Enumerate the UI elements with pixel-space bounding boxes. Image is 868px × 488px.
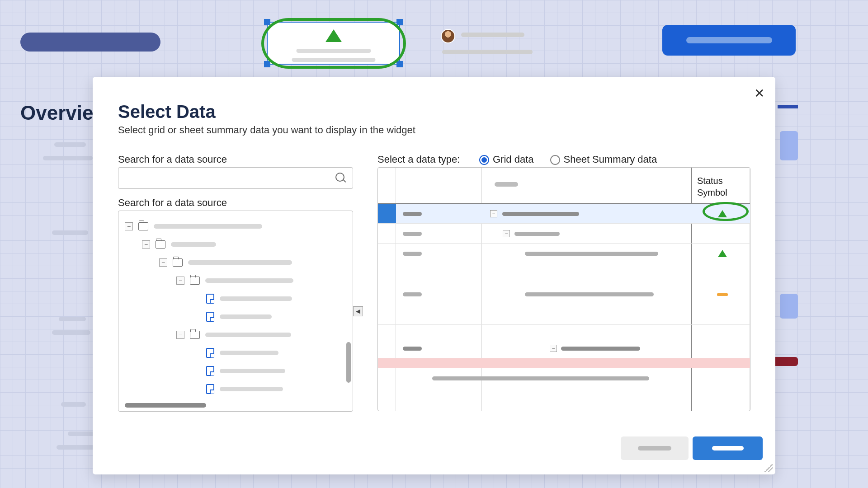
collapse-icon[interactable]: − bbox=[159, 258, 167, 267]
radio-grid-data[interactable]: Grid data bbox=[479, 154, 534, 165]
skeleton-line bbox=[461, 33, 524, 37]
scrollbar-vertical[interactable] bbox=[346, 342, 351, 383]
resize-handle-tl[interactable] bbox=[264, 19, 270, 25]
dash-icon bbox=[717, 293, 728, 296]
sheet-icon bbox=[206, 312, 214, 322]
skeleton bbox=[43, 156, 93, 160]
grid-row[interactable]: − bbox=[378, 204, 750, 224]
search-label: Search for a data source bbox=[118, 154, 227, 165]
resize-handle-tr[interactable] bbox=[396, 19, 403, 25]
tree-item-label bbox=[205, 333, 291, 337]
folder-icon bbox=[173, 258, 183, 267]
folder-icon bbox=[190, 277, 200, 285]
data-source-tree[interactable]: − − − − − bbox=[118, 211, 353, 412]
collapse-icon[interactable]: − bbox=[125, 222, 133, 230]
tree-item[interactable] bbox=[125, 380, 346, 398]
skeleton bbox=[52, 330, 90, 335]
skeleton bbox=[61, 402, 86, 407]
triangle-up-icon bbox=[718, 250, 727, 257]
sheet-icon bbox=[206, 348, 214, 358]
tree-item[interactable] bbox=[125, 290, 346, 308]
expand-icon[interactable]: − bbox=[490, 210, 497, 217]
chevron-left-icon: ◀ bbox=[353, 306, 363, 316]
triangle-up-icon bbox=[718, 210, 727, 217]
grid-row[interactable] bbox=[378, 358, 750, 368]
tree-item-label bbox=[171, 242, 216, 247]
tree-label: Search for a data source bbox=[118, 197, 227, 209]
skeleton bbox=[778, 105, 798, 108]
avatar bbox=[441, 29, 455, 43]
radio-label: Sheet Summary data bbox=[564, 154, 657, 165]
skeleton-line bbox=[442, 50, 533, 54]
resize-handle-br[interactable] bbox=[396, 61, 403, 67]
radio-label: Grid data bbox=[493, 154, 534, 165]
tree-item-label bbox=[220, 387, 283, 391]
folder-icon bbox=[138, 222, 148, 230]
tree-item[interactable]: − bbox=[125, 235, 346, 253]
tree-item-label bbox=[205, 278, 293, 283]
modal-title: Select Data bbox=[118, 102, 216, 122]
grid-header: Status Symbol bbox=[378, 168, 750, 204]
collapse-icon[interactable]: − bbox=[176, 331, 184, 339]
grid-row[interactable] bbox=[378, 284, 750, 325]
collapse-icon[interactable]: − bbox=[142, 240, 150, 249]
grid-row[interactable] bbox=[378, 368, 750, 388]
folder-icon bbox=[190, 331, 200, 339]
tree-item-label bbox=[188, 260, 292, 265]
selected-widget[interactable] bbox=[267, 22, 400, 65]
widget-line bbox=[296, 49, 371, 53]
sheet-icon bbox=[206, 384, 214, 394]
search-input[interactable] bbox=[118, 167, 353, 189]
radio-sheet-summary[interactable]: Sheet Summary data bbox=[550, 154, 657, 165]
skeleton bbox=[52, 230, 88, 235]
sheet-icon bbox=[206, 366, 214, 376]
expand-icon[interactable]: − bbox=[503, 230, 510, 237]
widget-line bbox=[292, 58, 375, 62]
tree-item-label bbox=[154, 224, 262, 229]
column-header[interactable] bbox=[495, 182, 518, 187]
column-header-status[interactable]: Status Symbol bbox=[697, 175, 750, 198]
collapse-icon[interactable]: − bbox=[176, 277, 184, 285]
row-selector[interactable] bbox=[378, 204, 396, 223]
tree-item-label bbox=[220, 351, 278, 355]
search-icon bbox=[335, 173, 346, 183]
close-icon[interactable]: ✕ bbox=[754, 86, 764, 101]
tree-item-label bbox=[220, 369, 285, 373]
tree-item[interactable] bbox=[125, 362, 346, 380]
cancel-button[interactable] bbox=[621, 436, 689, 460]
primary-action-button[interactable] bbox=[662, 25, 796, 56]
expand-icon[interactable]: − bbox=[550, 345, 557, 352]
tree-item[interactable]: − bbox=[125, 217, 346, 235]
skeleton bbox=[59, 317, 86, 321]
scrollbar-horizontal[interactable] bbox=[125, 403, 206, 408]
grid-row[interactable]: − bbox=[378, 338, 750, 358]
skeleton bbox=[57, 445, 97, 450]
folder-icon bbox=[156, 240, 165, 249]
grid-preview[interactable]: Status Symbol − − − bbox=[377, 167, 750, 411]
skeleton bbox=[780, 131, 798, 160]
select-data-modal: ✕ Select Data Select grid or sheet summa… bbox=[93, 77, 775, 474]
modal-subtitle: Select grid or sheet summary data you wa… bbox=[118, 124, 415, 136]
tree-item[interactable] bbox=[125, 308, 346, 326]
tree-item[interactable]: − bbox=[125, 326, 346, 344]
tree-item-label bbox=[220, 296, 292, 301]
skeleton bbox=[54, 142, 86, 147]
tree-item[interactable]: − bbox=[125, 272, 346, 290]
grid-row[interactable]: − bbox=[378, 224, 750, 244]
grid-row[interactable] bbox=[378, 244, 750, 284]
tree-item-label bbox=[220, 314, 272, 319]
triangle-up-icon bbox=[326, 29, 342, 42]
resize-handle-bl[interactable] bbox=[264, 61, 270, 67]
sheet-icon bbox=[206, 294, 214, 304]
collapse-panel-toggle[interactable]: ◀ bbox=[353, 211, 364, 412]
tree-item[interactable] bbox=[125, 344, 346, 362]
confirm-button[interactable] bbox=[693, 436, 763, 460]
tree-item[interactable]: − bbox=[125, 253, 346, 272]
resize-grip-icon[interactable] bbox=[764, 464, 773, 472]
dashboard-title-pill bbox=[20, 33, 160, 52]
data-type-label: Select a data type: bbox=[377, 154, 460, 165]
skeleton bbox=[780, 294, 798, 319]
